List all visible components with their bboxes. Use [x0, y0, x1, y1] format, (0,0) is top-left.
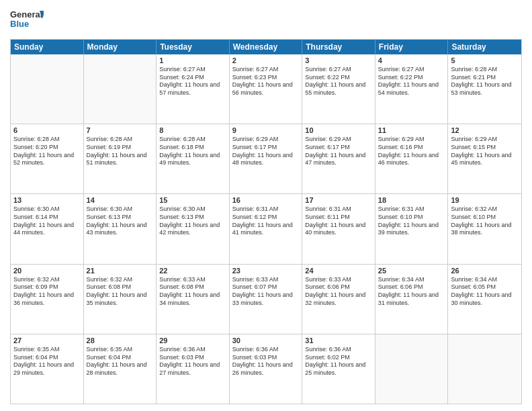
day-cell: 4Sunrise: 6:27 AM Sunset: 6:22 PM Daylig…	[375, 54, 449, 124]
day-headers: SundayMondayTuesdayWednesdayThursdayFrid…	[11, 40, 521, 54]
day-info: Sunrise: 6:33 AM Sunset: 6:07 PM Dayligh…	[232, 276, 300, 308]
week-row-1: 1Sunrise: 6:27 AM Sunset: 6:24 PM Daylig…	[11, 54, 521, 124]
week-row-5: 27Sunrise: 6:35 AM Sunset: 6:04 PM Dayli…	[11, 334, 521, 404]
calendar-body: 1Sunrise: 6:27 AM Sunset: 6:24 PM Daylig…	[11, 54, 521, 404]
day-cell: 12Sunrise: 6:29 AM Sunset: 6:15 PM Dayli…	[448, 124, 521, 193]
day-cell: 31Sunrise: 6:36 AM Sunset: 6:02 PM Dayli…	[302, 334, 375, 404]
svg-text:Blue: Blue	[10, 19, 29, 29]
day-info: Sunrise: 6:32 AM Sunset: 6:08 PM Dayligh…	[87, 276, 154, 308]
day-info: Sunrise: 6:29 AM Sunset: 6:16 PM Dayligh…	[378, 136, 445, 167]
day-info: Sunrise: 6:30 AM Sunset: 6:13 PM Dayligh…	[159, 205, 226, 237]
day-cell: 3Sunrise: 6:27 AM Sunset: 6:22 PM Daylig…	[302, 54, 375, 124]
day-info: Sunrise: 6:31 AM Sunset: 6:11 PM Dayligh…	[305, 205, 372, 237]
day-cell	[448, 334, 521, 404]
day-cell: 15Sunrise: 6:30 AM Sunset: 6:13 PM Dayli…	[157, 194, 230, 263]
week-row-4: 20Sunrise: 6:32 AM Sunset: 6:09 PM Dayli…	[11, 265, 521, 334]
day-info: Sunrise: 6:34 AM Sunset: 6:06 PM Dayligh…	[378, 276, 445, 308]
day-info: Sunrise: 6:27 AM Sunset: 6:22 PM Dayligh…	[378, 66, 445, 97]
day-header-tuesday: Tuesday	[157, 40, 230, 54]
day-header-sunday: Sunday	[11, 40, 84, 54]
day-cell: 17Sunrise: 6:31 AM Sunset: 6:11 PM Dayli…	[302, 194, 375, 263]
day-info: Sunrise: 6:35 AM Sunset: 6:04 PM Dayligh…	[87, 346, 154, 377]
day-number: 12	[451, 126, 519, 134]
day-number: 19	[451, 196, 519, 204]
day-number: 11	[378, 126, 445, 134]
day-cell: 5Sunrise: 6:28 AM Sunset: 6:21 PM Daylig…	[448, 54, 521, 124]
day-number: 20	[13, 267, 81, 275]
day-info: Sunrise: 6:29 AM Sunset: 6:15 PM Dayligh…	[451, 136, 519, 167]
day-info: Sunrise: 6:36 AM Sunset: 6:03 PM Dayligh…	[159, 346, 226, 377]
day-cell: 18Sunrise: 6:31 AM Sunset: 6:10 PM Dayli…	[375, 194, 449, 263]
day-number: 18	[378, 196, 445, 204]
day-info: Sunrise: 6:28 AM Sunset: 6:20 PM Dayligh…	[13, 136, 81, 167]
day-header-thursday: Thursday	[302, 40, 375, 54]
day-info: Sunrise: 6:28 AM Sunset: 6:19 PM Dayligh…	[87, 136, 154, 167]
day-number: 13	[13, 196, 81, 204]
day-info: Sunrise: 6:27 AM Sunset: 6:23 PM Dayligh…	[232, 66, 300, 97]
day-number: 23	[232, 267, 300, 275]
day-number: 24	[305, 267, 372, 275]
week-row-3: 13Sunrise: 6:30 AM Sunset: 6:14 PM Dayli…	[11, 194, 521, 264]
day-number: 30	[232, 336, 300, 345]
week-row-2: 6Sunrise: 6:28 AM Sunset: 6:20 PM Daylig…	[11, 124, 521, 194]
day-info: Sunrise: 6:36 AM Sunset: 6:02 PM Dayligh…	[305, 346, 372, 377]
day-info: Sunrise: 6:34 AM Sunset: 6:05 PM Dayligh…	[451, 276, 519, 308]
day-cell: 13Sunrise: 6:30 AM Sunset: 6:14 PM Dayli…	[11, 194, 84, 263]
day-cell: 1Sunrise: 6:27 AM Sunset: 6:24 PM Daylig…	[157, 54, 230, 124]
day-cell: 19Sunrise: 6:32 AM Sunset: 6:10 PM Dayli…	[448, 194, 521, 263]
day-cell: 7Sunrise: 6:28 AM Sunset: 6:19 PM Daylig…	[84, 124, 157, 193]
day-info: Sunrise: 6:33 AM Sunset: 6:06 PM Dayligh…	[305, 276, 372, 308]
day-info: Sunrise: 6:27 AM Sunset: 6:22 PM Dayligh…	[305, 66, 372, 97]
day-number: 7	[87, 126, 154, 134]
day-cell: 20Sunrise: 6:32 AM Sunset: 6:09 PM Dayli…	[11, 265, 84, 334]
day-number: 8	[159, 126, 226, 134]
day-cell: 29Sunrise: 6:36 AM Sunset: 6:03 PM Dayli…	[157, 334, 230, 404]
day-number: 1	[159, 56, 226, 64]
day-info: Sunrise: 6:32 AM Sunset: 6:10 PM Dayligh…	[451, 205, 519, 237]
day-info: Sunrise: 6:36 AM Sunset: 6:03 PM Dayligh…	[232, 346, 300, 377]
svg-text:General: General	[10, 9, 42, 19]
calendar: SundayMondayTuesdayWednesdayThursdayFrid…	[10, 39, 522, 404]
day-info: Sunrise: 6:31 AM Sunset: 6:12 PM Dayligh…	[232, 205, 300, 237]
day-cell: 9Sunrise: 6:29 AM Sunset: 6:17 PM Daylig…	[230, 124, 303, 193]
day-cell: 2Sunrise: 6:27 AM Sunset: 6:23 PM Daylig…	[230, 54, 303, 124]
day-number: 2	[232, 56, 300, 64]
day-header-saturday: Saturday	[448, 40, 521, 54]
day-cell	[375, 334, 449, 404]
day-number: 22	[159, 267, 226, 275]
day-info: Sunrise: 6:31 AM Sunset: 6:10 PM Dayligh…	[378, 205, 445, 237]
day-cell	[11, 54, 84, 124]
day-number: 25	[378, 267, 445, 275]
day-cell: 8Sunrise: 6:28 AM Sunset: 6:18 PM Daylig…	[157, 124, 230, 193]
day-cell	[84, 54, 157, 124]
day-cell: 10Sunrise: 6:29 AM Sunset: 6:17 PM Dayli…	[302, 124, 375, 193]
day-number: 3	[305, 56, 372, 64]
day-number: 10	[305, 126, 372, 134]
day-info: Sunrise: 6:28 AM Sunset: 6:21 PM Dayligh…	[451, 66, 519, 97]
day-number: 5	[451, 56, 519, 64]
day-cell: 30Sunrise: 6:36 AM Sunset: 6:03 PM Dayli…	[230, 334, 303, 404]
day-info: Sunrise: 6:30 AM Sunset: 6:13 PM Dayligh…	[87, 205, 154, 237]
day-cell: 25Sunrise: 6:34 AM Sunset: 6:06 PM Dayli…	[375, 265, 449, 334]
day-cell: 22Sunrise: 6:33 AM Sunset: 6:08 PM Dayli…	[157, 265, 230, 334]
day-cell: 11Sunrise: 6:29 AM Sunset: 6:16 PM Dayli…	[375, 124, 449, 193]
day-cell: 14Sunrise: 6:30 AM Sunset: 6:13 PM Dayli…	[84, 194, 157, 263]
day-info: Sunrise: 6:28 AM Sunset: 6:18 PM Dayligh…	[159, 136, 226, 167]
day-info: Sunrise: 6:29 AM Sunset: 6:17 PM Dayligh…	[232, 136, 300, 167]
day-cell: 21Sunrise: 6:32 AM Sunset: 6:08 PM Dayli…	[84, 265, 157, 334]
header: General Blue	[10, 7, 522, 34]
day-info: Sunrise: 6:29 AM Sunset: 6:17 PM Dayligh…	[305, 136, 372, 167]
logo: General Blue	[10, 7, 44, 34]
day-cell: 27Sunrise: 6:35 AM Sunset: 6:04 PM Dayli…	[11, 334, 84, 404]
day-number: 27	[13, 336, 81, 345]
day-cell: 6Sunrise: 6:28 AM Sunset: 6:20 PM Daylig…	[11, 124, 84, 193]
day-header-wednesday: Wednesday	[230, 40, 303, 54]
day-info: Sunrise: 6:32 AM Sunset: 6:09 PM Dayligh…	[13, 276, 81, 308]
day-header-monday: Monday	[84, 40, 157, 54]
day-cell: 26Sunrise: 6:34 AM Sunset: 6:05 PM Dayli…	[448, 265, 521, 334]
day-cell: 16Sunrise: 6:31 AM Sunset: 6:12 PM Dayli…	[230, 194, 303, 263]
day-number: 17	[305, 196, 372, 204]
day-info: Sunrise: 6:33 AM Sunset: 6:08 PM Dayligh…	[159, 276, 226, 308]
day-number: 4	[378, 56, 445, 64]
day-number: 15	[159, 196, 226, 204]
